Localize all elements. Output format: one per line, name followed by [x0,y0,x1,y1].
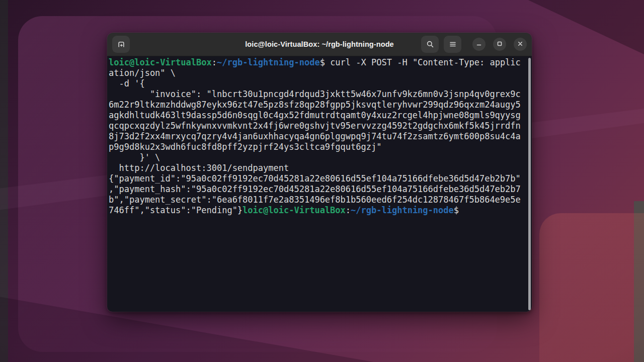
terminal-window: loic@loic-VirtualBox: ~/rgb-lightning-no… [107,33,532,312]
search-icon [426,40,434,48]
wallpaper-rounded-rect-bottom-right [539,213,644,362]
new-tab-button[interactable] [112,36,130,53]
maximize-button[interactable] [493,38,506,51]
terminal-line: 746ff","status":"Pending"}loic@loic-Virt… [109,205,532,216]
terminal-line: agkdhltudk463lt9dassp5d6n0sqgl0c4gx52fdm… [109,110,532,121]
terminal-scrollbar[interactable] [528,58,531,310]
terminal-line: "invoice": "lnbcrt30u1pncgd4rdqud3jxktt5… [109,89,532,100]
terminal-line: ation/json" \ [109,68,532,78]
maximize-icon [497,41,503,48]
terminal-line: }' \ [109,152,532,163]
terminal-lines: loic@loic-VirtualBox:~/rgb-lightning-nod… [109,57,532,216]
minimize-icon [476,41,482,48]
close-icon [517,41,523,48]
terminal-line: qcqpcxqzdylz5wfnkywnxvvmkvnt2x4fj6wre0gs… [109,121,532,131]
terminal-output[interactable]: loic@loic-VirtualBox:~/rgb-lightning-nod… [107,56,532,312]
terminal-line: loic@loic-VirtualBox:~/rgb-lightning-nod… [109,57,532,68]
terminal-line: 8j73d2f2xx4mrxycq7qzry4v4jan6uxhhacyqa4g… [109,131,532,142]
menu-button[interactable] [444,36,461,53]
window-controls [472,38,527,51]
close-button[interactable] [514,38,527,51]
wallpaper-left-edge [0,0,8,362]
terminal-line: p9g9d8ku2x3wdh6fuc8fd8pff2yzpjrf24ys3clt… [109,142,532,152]
new-tab-icon [117,40,125,48]
terminal-line: 6m22r9ltkzmzhddwg87eykx96zt47e5pz8sfz8qp… [109,100,532,110]
minimize-button[interactable] [472,38,486,51]
terminal-line: ,"payment_hash":"95a0c02ff9192ec70d45281… [109,184,532,195]
search-button[interactable] [421,36,439,53]
terminal-line: http://localhost:3001/sendpayment [109,163,532,173]
terminal-line: -d '{ [109,78,532,89]
terminal-line: {"payment_id":"95a0c02ff9192ec70d45281a2… [109,173,532,184]
terminal-headerbar: loic@loic-VirtualBox: ~/rgb-lightning-no… [107,33,532,56]
desktop-background: loic@loic-VirtualBox: ~/rgb-lightning-no… [0,0,644,362]
terminal-line: b","payment_secret":"6ea6f8011f7e2a83514… [109,195,532,205]
hamburger-menu-icon [449,40,457,48]
wallpaper-right-edge [634,201,644,362]
